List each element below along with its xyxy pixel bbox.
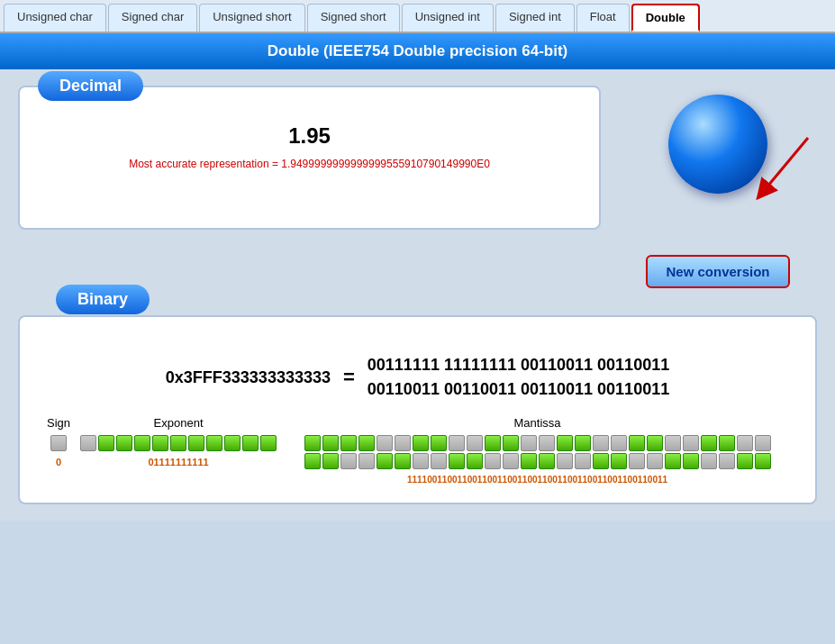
tab-unsigned-char[interactable]: Unsigned char (4, 4, 106, 32)
sign-bit-0 (50, 435, 67, 451)
equals-sign: = (343, 366, 355, 389)
exp-bit-8 (224, 435, 241, 451)
exp-bit-3 (134, 435, 150, 451)
mantissa-label: Mantissa (514, 416, 561, 430)
tab-signed-int[interactable]: Signed int (495, 4, 575, 32)
exponent-label: Exponent (154, 416, 204, 430)
exp-bit-10 (260, 435, 277, 451)
hex-value: 0x3FFF333333333333 (166, 368, 331, 387)
exp-bit-0 (80, 435, 96, 451)
mantissa-grid (304, 435, 771, 469)
svg-line-1 (763, 138, 808, 192)
decimal-value: 1.95 (38, 123, 581, 149)
sign-label: Sign (47, 416, 70, 430)
exp-bit-2 (116, 435, 132, 451)
tab-unsigned-short[interactable]: Unsigned short (199, 4, 304, 32)
sign-bit-row (50, 435, 67, 451)
exponent-group: Exponent 01111111111 (79, 416, 277, 467)
header-title: Double (IEEE754 Double precision 64-bit) (268, 42, 567, 59)
tab-unsigned-int[interactable]: Unsigned int (402, 4, 494, 32)
decimal-accurate: Most accurate representation = 1.9499999… (38, 158, 581, 170)
main-content: Decimal 1.95 Most accurate representatio… (0, 69, 835, 521)
red-arrow-icon (718, 129, 826, 201)
tab-double[interactable]: Double (631, 4, 700, 32)
right-side: New conversion (619, 86, 817, 288)
sign-value: 0 (56, 457, 61, 467)
binary-bits: 00111111 11111111 00110011 00110011 0011… (368, 353, 669, 402)
tab-float[interactable]: Float (576, 4, 630, 32)
arrow-area (619, 201, 817, 255)
binary-section: Binary 0x3FFF333333333333 = 00111111 111… (18, 315, 817, 504)
binary-label: Binary (56, 285, 150, 314)
mantissa-row-2 (304, 453, 771, 469)
exp-bit-5 (170, 435, 186, 451)
bit-diagram: Sign 0 Exponent (38, 416, 797, 485)
exp-bit-7 (206, 435, 222, 451)
mantissa-group: Mantissa (286, 416, 788, 485)
tab-signed-short[interactable]: Signed short (307, 4, 400, 32)
page-header: Double (IEEE754 Double precision 64-bit) (0, 33, 835, 69)
decimal-accurate-value: 1.9499999999999999555910790149990E0 (281, 158, 490, 170)
binary-bits-line2: 00110011 00110011 00110011 00110011 (368, 377, 669, 402)
exp-bit-4 (152, 435, 168, 451)
new-conversion-button[interactable]: New conversion (646, 255, 789, 288)
mantissa-value: 1111001100110011001100110011001100110011… (407, 475, 667, 485)
exp-bit-1 (98, 435, 114, 451)
decimal-label: Decimal (38, 71, 143, 101)
mantissa-row-1 (304, 435, 771, 451)
sign-group: Sign 0 (47, 416, 70, 467)
top-section: Decimal 1.95 Most accurate representatio… (18, 86, 817, 288)
tabs-bar: Unsigned char Signed char Unsigned short… (0, 0, 835, 33)
binary-representation: 0x3FFF333333333333 = 00111111 11111111 0… (38, 353, 797, 402)
exp-bit-9 (242, 435, 259, 451)
decimal-accurate-prefix: Most accurate representation = (129, 158, 281, 170)
binary-bits-line1: 00111111 11111111 00110011 00110011 (368, 353, 669, 377)
exp-bit-6 (188, 435, 204, 451)
exponent-bit-row (80, 435, 277, 451)
exponent-value: 01111111111 (148, 457, 208, 467)
tab-signed-char[interactable]: Signed char (108, 4, 197, 32)
decimal-box: Decimal 1.95 Most accurate representatio… (18, 86, 601, 230)
